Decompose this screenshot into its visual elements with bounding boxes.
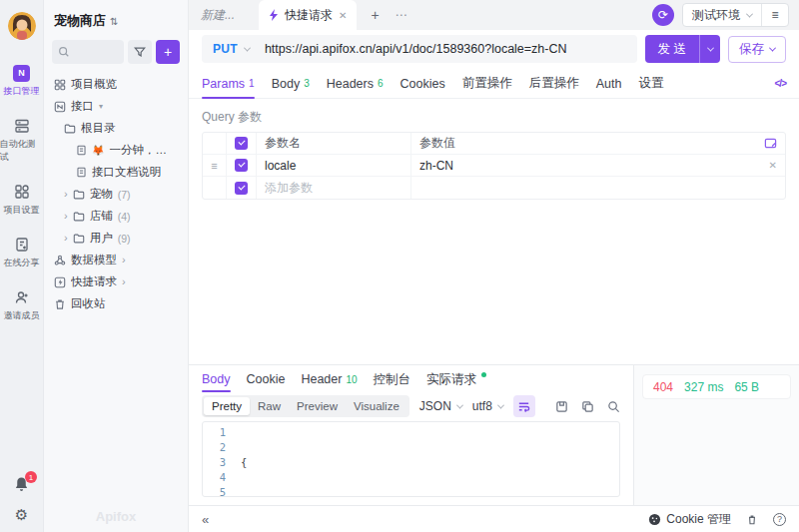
cookie-icon [648, 513, 661, 526]
tab-settings[interactable]: 设置 [638, 69, 663, 99]
avatar[interactable] [8, 12, 36, 40]
more-tabs-button[interactable]: ⋯ [396, 8, 408, 22]
tree-item-label: 店铺 [90, 209, 113, 224]
tab-post-operations[interactable]: 后置操作 [529, 69, 579, 99]
url-input[interactable]: https://api.apifox.cn/api/v1/doc/1589360… [265, 42, 567, 56]
collapse-panel-button[interactable]: « [202, 512, 209, 527]
format-select[interactable]: JSON [419, 399, 462, 413]
tree-item-folder-shop[interactable]: › 店铺 (4) [52, 206, 180, 227]
tab-response-cookie[interactable]: Cookie [247, 365, 286, 393]
tree-item-label: 数据模型 [71, 253, 117, 267]
method-select[interactable]: PUT [213, 42, 250, 56]
tree-item-quick-request[interactable]: 快捷请求 › [52, 271, 180, 292]
tree-item-apis[interactable]: 接口 ▾ [52, 96, 180, 117]
tab-auth[interactable]: Auth [596, 69, 622, 99]
tab-response-body[interactable]: Body [202, 365, 231, 393]
tab-body[interactable]: Body 3 [272, 69, 310, 99]
environment-menu-button[interactable]: ≡ [761, 4, 788, 26]
copy-icon [581, 400, 594, 413]
response-code-editor[interactable]: 1 2 3 4 5 { "success": false, "errorCode… [202, 421, 620, 497]
tab-headers[interactable]: Headers 6 [327, 69, 384, 99]
overview-grid-icon [54, 79, 66, 91]
view-preview[interactable]: Preview [289, 397, 346, 415]
tab-response-header[interactable]: Header 10 [301, 365, 357, 393]
param-enabled-checkbox[interactable] [235, 159, 248, 172]
tree-item-overview[interactable]: 项目概览 [52, 74, 180, 95]
project-switcher[interactable]: 宠物商店 ⇅ [52, 10, 180, 40]
tab-actual-request[interactable]: 实际请求 [426, 365, 486, 393]
tree-item-folder-pets[interactable]: › 宠物 (7) [52, 184, 180, 205]
tab-label: 前置操作 [462, 75, 512, 92]
new-tab-button[interactable]: + [371, 7, 379, 23]
tree-item-root-folder[interactable]: 根目录 [52, 118, 180, 139]
save-response-button[interactable] [555, 400, 568, 413]
cookie-manager-button[interactable]: Cookie 管理 [648, 511, 731, 528]
add-param-input[interactable]: 添加参数 [257, 177, 411, 199]
environment-select[interactable]: 测试环境 [683, 4, 761, 26]
tab-label: Auth [596, 77, 622, 91]
sidebar-item-invite-members[interactable]: 邀请成员 [0, 288, 44, 322]
help-button[interactable]: ? [773, 513, 786, 526]
view-visualize[interactable]: Visualize [346, 397, 407, 415]
tab-new[interactable]: 新建... [201, 7, 235, 24]
sidebar-item-automation-test[interactable]: 自动化测试 [0, 117, 44, 164]
view-raw[interactable]: Raw [250, 397, 289, 415]
word-wrap-button[interactable] [513, 395, 535, 417]
online-share-icon [13, 236, 31, 254]
filter-button[interactable] [128, 40, 152, 64]
sidebar-item-project-settings[interactable]: 项目设置 [0, 183, 44, 217]
generate-code-icon[interactable]: </> [775, 78, 786, 89]
folder-icon [64, 123, 76, 135]
tree-item-data-models[interactable]: 数据模型 › [52, 250, 180, 270]
tab-quick-request[interactable]: 快捷请求 ✕ [259, 0, 357, 30]
tab-label: Cookies [400, 77, 445, 91]
tab-cookies[interactable]: Cookies [400, 69, 445, 99]
search-response-button[interactable] [607, 400, 620, 413]
tab-label: 实际请求 [426, 371, 476, 388]
api-icon [54, 101, 66, 113]
project-tree-panel: 宠物商店 ⇅ + 项目概览 接口 ▾ 根目录 [44, 0, 189, 532]
new-param-checkbox[interactable] [235, 182, 248, 195]
trash-icon [54, 298, 66, 310]
send-button[interactable]: 发 送 [645, 35, 720, 63]
tab-params[interactable]: Params 1 [202, 69, 255, 99]
settings-button[interactable]: ⚙ [15, 507, 28, 522]
view-pretty[interactable]: Pretty [204, 397, 250, 415]
tab-label: Header [301, 372, 342, 386]
sidebar-item-api-management[interactable]: N 接口管理 [0, 64, 44, 98]
response-toolbar: Pretty Raw Preview Visualize JSON utf8 [189, 393, 633, 419]
drag-handle[interactable]: ≡ [203, 155, 227, 176]
search-input[interactable] [52, 40, 124, 64]
tab-label: 快捷请求 [285, 7, 333, 24]
value-cell[interactable] [411, 177, 785, 199]
tab-pre-operations[interactable]: 前置操作 [462, 69, 512, 99]
add-button[interactable]: + [156, 40, 180, 64]
param-value-input[interactable]: zh-CN [419, 159, 453, 173]
param-name-input[interactable]: locale [257, 155, 411, 176]
tree-item-doc-intro[interactable]: 🦊 一分钟，了解 Apifox! [52, 140, 180, 161]
copy-response-button[interactable] [581, 400, 594, 413]
notifications-button[interactable]: 1 [13, 476, 30, 493]
tree-item-folder-users[interactable]: › 用户 (9) [52, 228, 180, 249]
environment-name: 测试环境 [692, 7, 740, 24]
main-area: 新建... 快捷请求 ✕ + ⋯ ⟳ 测试环境 ≡ [189, 0, 799, 532]
delete-param-icon[interactable]: ✕ [769, 160, 777, 171]
select-all-checkbox[interactable] [235, 137, 248, 150]
document-tabbar: 新建... 快捷请求 ✕ + ⋯ ⟳ 测试环境 ≡ [189, 0, 799, 30]
batch-edit-icon[interactable] [764, 137, 777, 150]
response-tabs: Body Cookie Header 10 控制台 实际请求 [189, 365, 633, 393]
response-actions [555, 400, 620, 413]
tab-console[interactable]: 控制台 [374, 365, 411, 393]
tree-item-doc-readme[interactable]: 接口文档说明 [52, 162, 180, 183]
tree-item-label: 接口 [71, 99, 94, 114]
tree-item-recycle-bin[interactable]: 回收站 [52, 293, 180, 314]
clear-button[interactable] [746, 513, 758, 526]
close-icon[interactable]: ✕ [339, 10, 347, 21]
send-options-button[interactable] [699, 35, 720, 63]
plus-icon: + [164, 44, 172, 60]
charset-select[interactable]: utf8 [472, 399, 503, 413]
save-button[interactable]: 保存 [728, 36, 786, 63]
sidebar-item-online-share[interactable]: 在线分享 [0, 236, 44, 269]
check-column [227, 155, 257, 176]
sync-button[interactable]: ⟳ [652, 4, 674, 26]
